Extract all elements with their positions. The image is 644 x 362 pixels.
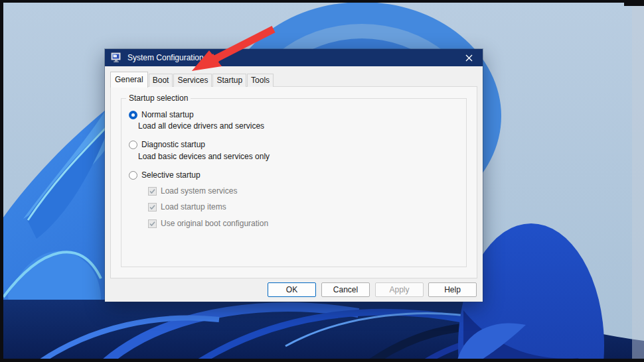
normal-startup-description: Load all device drivers and services — [138, 121, 264, 131]
selective-startup-option[interactable]: Selective startup — [129, 170, 201, 180]
checkbox-checked-disabled-icon — [148, 203, 157, 211]
use-original-boot-configuration-option: Use original boot configuration — [148, 218, 268, 229]
load-system-services-label: Load system services — [161, 186, 237, 196]
cancel-button[interactable]: Cancel — [321, 282, 370, 297]
tab-tools[interactable]: Tools — [247, 74, 274, 87]
radio-selected-icon[interactable] — [129, 111, 137, 119]
general-tab-page: Startup selection Normal startup Load al… — [110, 86, 477, 278]
tab-general[interactable]: General — [110, 72, 148, 88]
radio-unselected-icon[interactable] — [129, 171, 137, 180]
help-button[interactable]: Help — [428, 282, 477, 297]
diagnostic-startup-label: Diagnostic startup — [141, 140, 205, 149]
close-button[interactable] — [455, 49, 483, 66]
load-system-services-option: Load system services — [148, 186, 237, 196]
group-title: Startup selection — [126, 93, 191, 103]
system-configuration-window: System Configuration General Boot Servic… — [105, 49, 483, 302]
msconfig-app-icon — [111, 52, 121, 63]
tab-boot[interactable]: Boot — [149, 74, 173, 87]
tab-services[interactable]: Services — [173, 74, 212, 87]
startup-selection-group: Startup selection Normal startup Load al… — [121, 98, 467, 267]
close-icon — [465, 54, 473, 62]
checkbox-checked-disabled-icon — [148, 219, 157, 228]
desktop: System Configuration General Boot Servic… — [0, 0, 644, 362]
use-original-boot-configuration-label: Use original boot configuration — [161, 219, 268, 228]
tab-startup[interactable]: Startup — [212, 74, 246, 87]
diagnostic-startup-option[interactable]: Diagnostic startup — [129, 139, 205, 150]
titlebar[interactable]: System Configuration — [105, 49, 483, 66]
tab-strip: General Boot Services Startup Tools — [110, 72, 274, 87]
apply-button: Apply — [375, 282, 424, 297]
checkbox-checked-disabled-icon — [148, 187, 157, 196]
window-title: System Configuration — [127, 53, 204, 62]
selective-startup-label: Selective startup — [141, 170, 201, 180]
diagnostic-startup-description: Load basic devices and services only — [138, 151, 270, 162]
description-text: Load basic devices and services only — [138, 152, 270, 161]
load-startup-items-option: Load startup items — [148, 202, 226, 212]
load-startup-items-label: Load startup items — [161, 202, 226, 211]
normal-startup-label: Normal startup — [141, 110, 194, 119]
radio-unselected-icon[interactable] — [129, 141, 137, 149]
description-text: Load all device drivers and services — [138, 121, 264, 131]
ok-button[interactable]: OK — [268, 282, 316, 297]
normal-startup-option[interactable]: Normal startup — [129, 109, 194, 120]
